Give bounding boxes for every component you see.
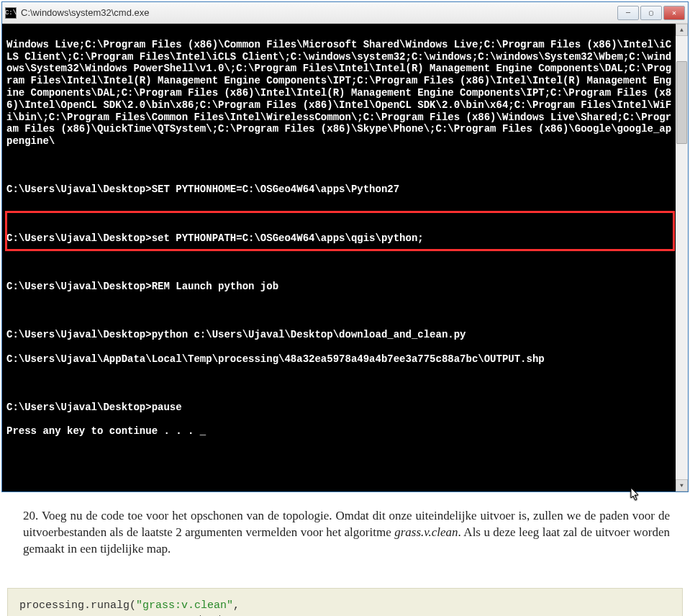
titlebar[interactable]: C:\ C:\windows\system32\cmd.exe — ▢ ✕ [2,2,688,24]
scroll-track[interactable] [676,36,688,479]
rem-line: C:\Users\Ujaval\Desktop>REM Launch pytho… [6,281,672,293]
terminal-output[interactable]: Windows Live;C:\Program Files (x86)\Comm… [2,24,688,492]
terminal-area: Windows Live;C:\Program Files (x86)\Comm… [2,24,688,492]
maximize-button[interactable]: ▢ [640,6,662,20]
instruction-text: 20. Voeg nu de code toe voor het opschon… [0,494,690,572]
blank-line [6,304,672,317]
python-cmd-line: C:\Users\Ujaval\Desktop>python c:\Users\… [6,329,672,341]
press-any-key-line: Press any key to continue . . . _ [6,425,672,438]
close-button[interactable]: ✕ [663,6,685,20]
algorithm-name: grass.v.clean [394,525,458,539]
step-20: 20. Voeg nu de code toe voor het opschon… [23,508,670,558]
set-pythonhome-line: C:\Users\Ujaval\Desktop>SET PYTHONHOME=C… [6,184,672,196]
scroll-thumb[interactable] [676,61,687,144]
window-controls: — ▢ ✕ [617,6,685,20]
code-block: processing.runalg("grass:v.clean", outpu… [7,588,683,616]
minimize-button[interactable]: — [617,6,639,20]
code-arg0: "grass:v.clean" [136,599,233,612]
vertical-scrollbar[interactable]: ▲ ▼ [676,24,688,492]
blank-line [6,256,672,268]
code-comma: , [233,599,240,612]
step-number: 20. [23,509,38,522]
blank-line [6,377,672,389]
blank-line [6,208,672,220]
blank-line [6,160,672,172]
set-pythonpath-line: C:\Users\Ujaval\Desktop>set PYTHONPATH=C… [6,232,672,245]
output-shp-line: C:\Users\Ujaval\AppData\Local\Temp\proce… [6,353,672,366]
cmd-icon: C:\ [5,7,17,19]
window-title: C:\windows\system32\cmd.exe [21,7,617,18]
path-env-output: Windows Live;C:\Program Files (x86)\Comm… [6,39,672,148]
scroll-up-button[interactable]: ▲ [676,24,688,36]
scroll-down-button[interactable]: ▼ [676,479,688,492]
cmd-window: C:\ C:\windows\system32\cmd.exe — ▢ ✕ Wi… [1,1,689,492]
code-call: processing.runalg( [19,599,136,612]
pause-line: C:\Users\Ujaval\Desktop>pause [6,402,672,414]
